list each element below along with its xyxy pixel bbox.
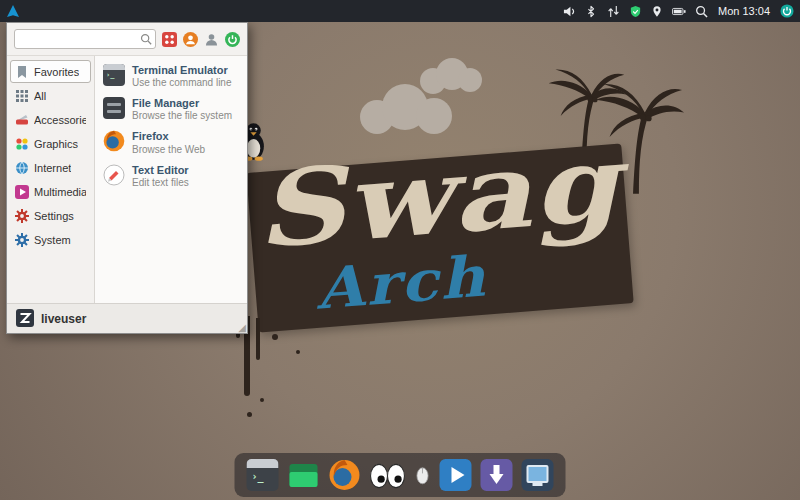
application-menu: Favorites All Accessories Graphics: [6, 22, 248, 334]
cloud-large: [360, 82, 460, 134]
terminal-icon[interactable]: [247, 459, 279, 491]
search-box: [14, 29, 156, 49]
paint-splatter: [247, 412, 252, 417]
desktop: Swag Arch: [0, 0, 800, 500]
battery-icon[interactable]: [672, 4, 686, 18]
utility-knife-icon: [15, 113, 29, 127]
app-text-editor[interactable]: Text Editor Edit text files: [99, 161, 243, 192]
video-player-icon[interactable]: [440, 459, 472, 491]
location-icon[interactable]: [650, 4, 664, 18]
media-play-icon: [15, 185, 29, 199]
mouse-icon[interactable]: [415, 465, 431, 485]
category-settings[interactable]: Settings: [10, 204, 91, 227]
app-subtitle: Browse the file system: [132, 110, 232, 122]
category-multimedia[interactable]: Multimedia: [10, 180, 91, 203]
category-graphics[interactable]: Graphics: [10, 132, 91, 155]
file-manager-icon[interactable]: [288, 459, 320, 491]
app-subtitle: Use the command line: [132, 77, 232, 89]
eyes-icon[interactable]: [370, 459, 406, 491]
category-system[interactable]: System: [10, 228, 91, 251]
app-title: Terminal Emulator: [132, 64, 232, 77]
network-icon[interactable]: [606, 4, 620, 18]
gear-red-icon: [15, 209, 29, 223]
logout-green-icon[interactable]: [225, 32, 240, 47]
search-input[interactable]: [14, 29, 156, 49]
arch-menu-logo-icon[interactable]: [6, 4, 20, 18]
category-list: Favorites All Accessories Graphics: [7, 56, 95, 303]
paint-drip: [256, 318, 260, 360]
category-accessories[interactable]: Accessories: [10, 108, 91, 131]
menu-header: [7, 23, 247, 55]
username-label: liveuser: [41, 312, 86, 326]
shield-icon[interactable]: [628, 4, 642, 18]
package-installer-icon[interactable]: [481, 459, 513, 491]
switch-user-icon[interactable]: [204, 32, 219, 47]
paint-splatter: [272, 334, 278, 340]
paint-splatter: [260, 398, 264, 402]
palette-icon: [15, 137, 29, 151]
app-list: Terminal Emulator Use the command line F…: [95, 56, 247, 303]
bookmark-icon: [15, 65, 29, 79]
search-icon: [140, 33, 152, 47]
app-firefox[interactable]: Firefox Browse the Web: [99, 127, 243, 158]
wallpaper-subtitle: Arch: [313, 243, 489, 322]
category-internet[interactable]: Internet: [10, 156, 91, 179]
file-manager-icon: [103, 97, 125, 119]
grid-icon: [15, 89, 29, 103]
display-settings-icon[interactable]: [522, 459, 554, 491]
menu-footer: liveuser: [7, 303, 247, 333]
bluetooth-icon[interactable]: [584, 4, 598, 18]
grid-red-icon[interactable]: [162, 32, 177, 47]
paint-splatter: [296, 350, 300, 354]
firefox-icon: [103, 130, 125, 152]
app-terminal-emulator[interactable]: Terminal Emulator Use the command line: [99, 61, 243, 92]
firefox-icon[interactable]: [329, 459, 361, 491]
power-icon[interactable]: [780, 4, 794, 18]
resize-grip[interactable]: [238, 323, 246, 333]
gear-blue-icon: [15, 233, 29, 247]
app-title: File Manager: [132, 97, 232, 110]
user-avatar: [16, 309, 34, 329]
terminal-icon: [103, 64, 125, 86]
panel-clock[interactable]: Mon 13:04: [716, 5, 772, 17]
app-subtitle: Browse the Web: [132, 144, 205, 156]
globe-icon: [15, 161, 29, 175]
app-file-manager[interactable]: File Manager Browse the file system: [99, 94, 243, 125]
app-title: Text Editor: [132, 164, 189, 177]
app-subtitle: Edit text files: [132, 177, 189, 189]
wallpaper-banner: Swag Arch: [246, 143, 633, 332]
user-orange-icon[interactable]: [183, 32, 198, 47]
volume-icon[interactable]: [562, 4, 576, 18]
search-icon[interactable]: [694, 4, 708, 18]
text-editor-icon: [103, 164, 125, 186]
app-title: Firefox: [132, 130, 205, 143]
dock: [235, 453, 566, 497]
top-panel: Mon 13:04: [0, 0, 800, 22]
category-all[interactable]: All: [10, 84, 91, 107]
category-favorites[interactable]: Favorites: [10, 60, 91, 83]
